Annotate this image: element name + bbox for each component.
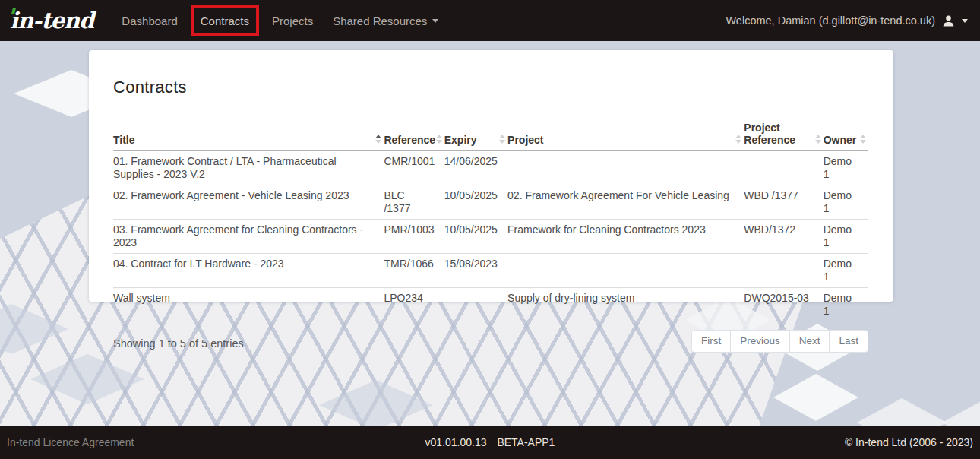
contracts-card: Contracts Title Reference Expiry Project bbox=[89, 50, 893, 302]
table-row[interactable]: 01. Framework Contract / LTA - Pharmaceu… bbox=[113, 151, 868, 185]
intend-logo[interactable]: in-tend bbox=[10, 10, 93, 32]
bg-diamond bbox=[0, 304, 68, 354]
footer-version: v01.01.00.13 BETA-APP1 bbox=[0, 436, 980, 448]
column-label: Title bbox=[113, 134, 135, 146]
bg-diamond bbox=[30, 354, 144, 404]
sort-icon bbox=[735, 135, 741, 144]
cell-project-reference bbox=[744, 151, 823, 185]
bg-diamond bbox=[319, 380, 433, 426]
sort-icon bbox=[436, 135, 442, 144]
nav-item-dashboard[interactable]: Dashboard bbox=[112, 5, 187, 36]
column-header-project[interactable]: Project bbox=[507, 116, 744, 151]
cell-project-reference: DWQ2015-03 bbox=[744, 288, 823, 322]
cell-owner: Demo 1 bbox=[824, 220, 868, 254]
footer: In-tend Licence Agreement v01.01.00.13 B… bbox=[0, 426, 980, 459]
cell-reference: BLC /1377 bbox=[384, 185, 444, 220]
copyright-text: © In-tend Ltd (2006 - 2023) bbox=[845, 436, 973, 448]
column-header-reference[interactable]: Reference bbox=[384, 116, 444, 151]
sort-icon bbox=[815, 135, 821, 144]
column-header-title[interactable]: Title bbox=[113, 116, 384, 151]
pagination-next-button[interactable]: Next bbox=[789, 330, 830, 353]
cell-expiry: 15/08/2023 bbox=[444, 254, 507, 288]
table-row[interactable]: 04. Contract for I.T Hardware - 2023 TMR… bbox=[113, 254, 868, 288]
pagination-previous-button[interactable]: Previous bbox=[730, 330, 790, 353]
cell-title: Wall system bbox=[113, 288, 384, 322]
column-header-owner[interactable]: Owner bbox=[824, 116, 868, 151]
cell-project-reference: WBD/1372 bbox=[744, 220, 823, 254]
cell-project: Framework for Cleaning Contractors 2023 bbox=[507, 220, 744, 254]
nav-label: Contracts bbox=[201, 14, 249, 27]
entries-summary: Showing 1 to 5 of 5 entries bbox=[113, 330, 244, 350]
cell-expiry: 14/06/2025 bbox=[444, 151, 507, 185]
page-title: Contracts bbox=[113, 78, 868, 97]
logo-text: in-tend bbox=[10, 8, 93, 33]
cell-reference: TMR/1066 bbox=[384, 254, 444, 288]
table-row[interactable]: Wall system LPO234 Supply of dry-lining … bbox=[113, 288, 868, 322]
pagination-first-button[interactable]: First bbox=[691, 330, 731, 353]
column-label: Reference bbox=[384, 134, 435, 146]
cell-project bbox=[507, 151, 744, 185]
column-header-expiry[interactable]: Expiry bbox=[444, 116, 507, 151]
sort-icon bbox=[860, 135, 866, 144]
contracts-table: Title Reference Expiry Project Project R… bbox=[113, 116, 868, 321]
table-row[interactable]: 03. Framework Agreement for Cleaning Con… bbox=[113, 220, 868, 254]
navbar-right: Welcome, Damian (d.gillott@in-tend.co.uk… bbox=[726, 14, 968, 27]
top-navbar: in-tend Dashboard Contracts Projects Sha… bbox=[0, 0, 980, 41]
column-header-project-reference[interactable]: Project Reference bbox=[744, 116, 823, 151]
table-header-row: Title Reference Expiry Project Project R… bbox=[113, 116, 868, 151]
cell-title: 04. Contract for I.T Hardware - 2023 bbox=[113, 254, 384, 288]
version-text: v01.01.00.13 bbox=[425, 436, 487, 448]
cell-expiry: 10/05/2025 bbox=[444, 220, 507, 254]
user-menu-chevron-icon[interactable] bbox=[962, 19, 968, 23]
cell-title: 01. Framework Contract / LTA - Pharmaceu… bbox=[113, 151, 384, 185]
cell-reference: PMR/1003 bbox=[384, 220, 444, 254]
column-label: Expiry bbox=[444, 134, 477, 146]
chevron-down-icon bbox=[432, 19, 438, 23]
cell-expiry bbox=[444, 288, 507, 322]
cell-owner: Demo 1 bbox=[824, 288, 868, 322]
cell-project: Supply of dry-lining system bbox=[507, 288, 744, 322]
table-row[interactable]: 02. Framework Agreement - Vehicle Leasin… bbox=[113, 185, 868, 220]
sort-asc-icon bbox=[375, 135, 381, 144]
welcome-text: Welcome, Damian (d.gillott@in-tend.co.uk… bbox=[726, 14, 935, 27]
column-label: Project bbox=[507, 134, 543, 146]
nav-item-contracts[interactable]: Contracts bbox=[191, 5, 259, 36]
cell-reference: LPO234 bbox=[384, 288, 444, 322]
cell-owner: Demo 1 bbox=[824, 254, 868, 288]
nav-item-shared-resources[interactable]: Shared Resources bbox=[323, 5, 448, 36]
cell-project bbox=[507, 254, 744, 288]
cell-reference: CMR/1001 bbox=[384, 151, 444, 185]
user-icon[interactable] bbox=[942, 14, 955, 27]
nav-label: Dashboard bbox=[122, 14, 177, 27]
column-label: Owner bbox=[824, 134, 857, 146]
cell-owner: Demo 1 bbox=[824, 185, 868, 220]
cell-project: 02. Framework Agreement For Vehicle Leas… bbox=[507, 185, 744, 220]
column-label: Project Reference bbox=[744, 122, 795, 146]
pagination-last-button[interactable]: Last bbox=[829, 330, 868, 353]
cell-project-reference: WBD /1377 bbox=[744, 185, 823, 220]
nav-label: Projects bbox=[272, 14, 313, 27]
cell-expiry: 10/05/2025 bbox=[444, 185, 507, 220]
cell-owner: Demo 1 bbox=[824, 151, 868, 185]
cell-project-reference bbox=[744, 254, 823, 288]
nav-label: Shared Resources bbox=[333, 14, 427, 27]
pagination: First Previous Next Last bbox=[691, 330, 868, 353]
cell-title: 02. Framework Agreement - Vehicle Leasin… bbox=[113, 185, 384, 220]
nav-item-projects[interactable]: Projects bbox=[262, 5, 323, 36]
cell-title: 03. Framework Agreement for Cleaning Con… bbox=[113, 220, 384, 254]
sort-icon bbox=[499, 135, 505, 144]
build-text: BETA-APP1 bbox=[497, 436, 555, 448]
